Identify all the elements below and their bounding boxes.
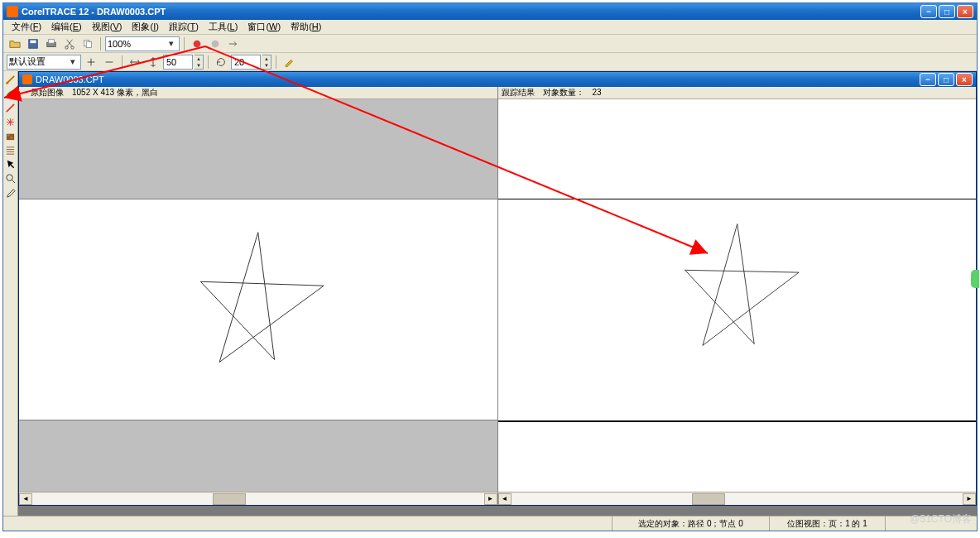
source-image-area bbox=[19, 199, 497, 420]
preset-combo[interactable]: 默认设置 ▾ bbox=[7, 55, 81, 70]
preset-label: 默认设置 bbox=[9, 55, 67, 68]
separator bbox=[122, 55, 122, 69]
fit-width-button[interactable] bbox=[127, 55, 143, 70]
document-icon bbox=[22, 74, 32, 84]
source-canvas[interactable] bbox=[19, 99, 497, 492]
smoothing-input[interactable]: 20 bbox=[231, 55, 261, 70]
close-button[interactable]: × bbox=[957, 5, 973, 18]
main-titlebar[interactable]: CorelTRACE 12 - DRAW0003.CPT － □ × bbox=[3, 3, 977, 20]
property-toolbar: 默认设置 ▾ 50 ▲▼ 20 ▲▼ bbox=[3, 53, 977, 71]
svg-point-10 bbox=[6, 81, 8, 84]
svg-rect-13 bbox=[7, 134, 10, 136]
result-pane: 跟踪结果 对象数量： 23 ◄ ► bbox=[498, 87, 977, 505]
align-button[interactable] bbox=[145, 55, 161, 70]
scroll-thumb[interactable] bbox=[213, 493, 246, 505]
cut-button[interactable] bbox=[61, 36, 78, 51]
source-h-scrollbar[interactable]: ◄ ► bbox=[19, 492, 497, 505]
pick-tool[interactable] bbox=[4, 157, 17, 171]
separator bbox=[100, 37, 101, 50]
client-area: DRAW0003.CPT － □ × ・原始图像 1052 X 413 像素，黑… bbox=[3, 71, 977, 516]
side-badge-icon bbox=[971, 270, 979, 288]
main-window: CorelTRACE 12 - DRAW0003.CPT － □ × 文件(F)… bbox=[2, 2, 978, 531]
status-blank-1 bbox=[3, 516, 612, 531]
sketch-tool[interactable] bbox=[4, 115, 17, 128]
brush-button[interactable] bbox=[281, 55, 297, 70]
smoothing-spinner[interactable]: ▲▼ bbox=[262, 55, 271, 70]
chevron-down-icon: ▾ bbox=[67, 56, 79, 68]
menu-tools[interactable]: 工具(L) bbox=[204, 20, 243, 34]
separator bbox=[276, 55, 276, 69]
scroll-thumb[interactable] bbox=[692, 493, 725, 505]
centerline-tool[interactable] bbox=[4, 101, 17, 114]
scroll-right-icon[interactable]: ► bbox=[963, 493, 976, 505]
result-h-scrollbar[interactable]: ◄ ► bbox=[498, 492, 977, 505]
doc-maximize-button[interactable]: □ bbox=[938, 73, 954, 86]
scroll-left-icon[interactable]: ◄ bbox=[498, 493, 512, 505]
trace-arrow-button[interactable] bbox=[225, 36, 242, 51]
add-preset-button[interactable] bbox=[83, 55, 99, 70]
svg-point-11 bbox=[6, 95, 8, 98]
menu-trace[interactable]: 跟踪(T) bbox=[164, 20, 204, 34]
chevron-down-icon: ▾ bbox=[166, 38, 177, 50]
svg-point-15 bbox=[7, 174, 12, 180]
svg-rect-3 bbox=[49, 39, 55, 42]
scroll-right-icon[interactable]: ► bbox=[484, 493, 497, 505]
source-pane: ・原始图像 1052 X 413 像素，黑白 ◄ ► bbox=[19, 87, 498, 505]
threshold-input[interactable]: 50 bbox=[163, 55, 193, 70]
svg-point-8 bbox=[194, 40, 201, 47]
svg-rect-14 bbox=[11, 137, 13, 138]
app-icon bbox=[7, 6, 18, 17]
advanced-outline-tool[interactable] bbox=[4, 87, 17, 100]
copy-button[interactable] bbox=[79, 36, 96, 51]
save-button[interactable] bbox=[25, 36, 41, 51]
status-bitmap: 位图视图：页：1 的 1 bbox=[770, 516, 886, 531]
standard-toolbar: 100% ▾ bbox=[3, 35, 977, 53]
document-title: DRAW0003.CPT bbox=[36, 74, 918, 84]
document-window: DRAW0003.CPT － □ × ・原始图像 1052 X 413 像素，黑… bbox=[18, 71, 977, 506]
result-pane-header: 跟踪结果 对象数量： 23 bbox=[498, 87, 977, 99]
maximize-button[interactable]: □ bbox=[939, 5, 955, 18]
stop-button[interactable] bbox=[207, 36, 223, 51]
scroll-left-icon[interactable]: ◄ bbox=[19, 493, 32, 505]
print-button[interactable] bbox=[43, 36, 60, 51]
record-button[interactable] bbox=[189, 36, 205, 51]
menu-file[interactable]: 文件(F) bbox=[7, 20, 46, 34]
outline-trace-tool[interactable] bbox=[4, 73, 17, 86]
status-bar: 选定的对象：路径 0；节点 0 位图视图：页：1 的 1 bbox=[3, 516, 977, 531]
svg-rect-1 bbox=[31, 40, 36, 43]
separator bbox=[208, 55, 209, 69]
menu-help[interactable]: 帮助(H) bbox=[286, 20, 326, 34]
threshold-spinner[interactable]: ▲▼ bbox=[195, 55, 204, 70]
status-selection: 选定的对象：路径 0；节点 0 bbox=[612, 516, 770, 531]
eyedropper-tool[interactable] bbox=[4, 185, 17, 199]
watermark-text: @51CTO博客 bbox=[910, 512, 972, 526]
trace-toolbox bbox=[3, 71, 18, 516]
minimize-button[interactable]: － bbox=[920, 5, 937, 18]
remove-preset-button[interactable] bbox=[101, 55, 118, 70]
mosaic-tool[interactable] bbox=[4, 129, 17, 142]
main-menubar: 文件(F) 编辑(E) 视图(V) 图象(I) 跟踪(T) 工具(L) 窗口(W… bbox=[3, 20, 977, 35]
mdi-area: DRAW0003.CPT － □ × ・原始图像 1052 X 413 像素，黑… bbox=[18, 71, 977, 516]
svg-point-9 bbox=[212, 40, 219, 47]
woodcut-tool[interactable] bbox=[4, 143, 17, 156]
svg-rect-7 bbox=[86, 41, 91, 47]
doc-close-button[interactable]: × bbox=[956, 73, 973, 86]
result-star-drawing bbox=[498, 99, 977, 492]
menu-image[interactable]: 图象(I) bbox=[127, 20, 163, 34]
zoom-value: 100% bbox=[108, 39, 166, 49]
menu-edit[interactable]: 编辑(E) bbox=[46, 20, 87, 34]
document-titlebar[interactable]: DRAW0003.CPT － □ × bbox=[19, 72, 976, 87]
refresh-button[interactable] bbox=[213, 55, 229, 70]
source-pane-header: ・原始图像 1052 X 413 像素，黑白 bbox=[19, 87, 497, 99]
source-star-drawing bbox=[19, 199, 497, 420]
separator bbox=[184, 37, 185, 50]
app-title: CorelTRACE 12 - DRAW0003.CPT bbox=[22, 7, 919, 17]
result-canvas[interactable] bbox=[498, 99, 977, 492]
doc-minimize-button[interactable]: － bbox=[920, 73, 936, 86]
menu-window[interactable]: 窗口(W) bbox=[243, 20, 286, 34]
zoom-combo[interactable]: 100% ▾ bbox=[105, 36, 180, 51]
menu-view[interactable]: 视图(V) bbox=[87, 20, 127, 34]
zoom-tool[interactable] bbox=[4, 171, 17, 185]
document-content: ・原始图像 1052 X 413 像素，黑白 ◄ ► bbox=[19, 87, 976, 505]
open-button[interactable] bbox=[7, 36, 23, 51]
